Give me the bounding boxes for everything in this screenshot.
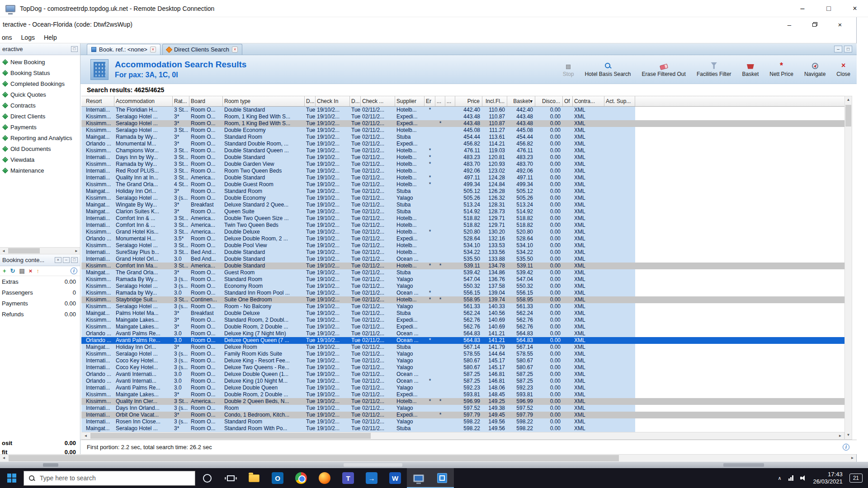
app-restore-button[interactable] bbox=[802, 17, 827, 32]
panel-button-icon[interactable]: □ bbox=[71, 257, 78, 263]
result-row[interactable]: Kissimm...Seralago Hotel ...3 St...Room … bbox=[81, 242, 844, 249]
column-header-[interactable]: ... bbox=[445, 96, 455, 106]
scroll-right-icon[interactable]: ► bbox=[836, 432, 844, 439]
erase-filtered-out-button[interactable]: Erase Filtered Out bbox=[642, 65, 686, 77]
column-header-supplier[interactable]: Supplier bbox=[395, 96, 425, 106]
menu-item-logs[interactable]: Logs bbox=[17, 34, 39, 41]
result-row[interactable]: Internati...Days Inn by Wy...3 St...Room… bbox=[81, 154, 844, 161]
result-row[interactable]: Orlando ...Monumental M...3*Room O...Sta… bbox=[81, 141, 844, 147]
result-row[interactable]: Kissimm...Ramada By Wy...3 (s...Room O..… bbox=[81, 276, 844, 283]
column-header-check[interactable]: Check ... bbox=[361, 96, 395, 106]
sidebar-item-old-documents[interactable]: Old Documents bbox=[0, 143, 80, 154]
task-view-button[interactable] bbox=[219, 468, 242, 488]
tab-close-icon[interactable]: × bbox=[150, 47, 156, 52]
result-row[interactable]: Internati...Coco Key Hotel...3 (s...Room… bbox=[81, 364, 844, 371]
result-row[interactable]: Kissimm...Ramada by Wy...3.0Room O...Sta… bbox=[81, 290, 844, 296]
result-row[interactable]: Internati...Orbit One Vacat...3*Room O..… bbox=[81, 412, 844, 418]
table-vertical-scrollbar[interactable]: ▲ ▼ bbox=[844, 96, 852, 440]
menu-item-help[interactable]: Help bbox=[39, 34, 61, 41]
app-horizontal-scrollbar[interactable]: ◄ ► bbox=[0, 454, 856, 462]
add-icon[interactable]: + bbox=[3, 267, 6, 276]
scroll-down-icon[interactable]: ▼ bbox=[845, 432, 852, 439]
panel-button-icon[interactable]: □ bbox=[71, 46, 78, 52]
scroll-right-icon[interactable]: ► bbox=[849, 455, 856, 462]
result-row[interactable]: Kissimm...Maingate Lakes...3*Room O...Do… bbox=[81, 324, 844, 330]
move-up-icon[interactable]: ↑ bbox=[36, 267, 39, 276]
result-row[interactable]: Maingat...Palms Hotel Ma...3*BreakfastDo… bbox=[81, 310, 844, 317]
column-header-d[interactable]: D... bbox=[305, 96, 316, 106]
notification-badge[interactable]: 21 bbox=[849, 474, 863, 483]
hotel-basis-search-button[interactable]: Hotel Basis Search bbox=[585, 62, 631, 77]
sidebar-item-contracts[interactable]: Contracts bbox=[0, 100, 80, 111]
rdp-close-button[interactable]: × bbox=[842, 0, 868, 17]
column-header-contra[interactable]: Contra... bbox=[573, 96, 604, 106]
result-row[interactable]: Kissimm...Grand Hotel Kis...3 St...Ameri… bbox=[81, 229, 844, 235]
start-button[interactable] bbox=[0, 468, 24, 488]
info-icon[interactable]: i bbox=[843, 444, 849, 450]
minimize-icon[interactable]: – bbox=[63, 257, 70, 263]
tabgroup-minimize-button[interactable]: – bbox=[834, 46, 842, 52]
firefox-taskbar-button[interactable] bbox=[313, 468, 336, 488]
result-row[interactable]: Internati...Comfort Inn & ...3 St...Amer… bbox=[81, 215, 844, 222]
result-row[interactable]: Kissimm...Comfort Inn Ma...3 St...Americ… bbox=[81, 263, 844, 269]
network-icon[interactable] bbox=[788, 475, 793, 481]
column-header-er[interactable]: Er bbox=[425, 96, 435, 106]
result-row[interactable]: Kissimm...Staybridge Suit...3 St...Conti… bbox=[81, 296, 844, 303]
sidebar-item-direct-clients[interactable]: Direct Clients bbox=[0, 111, 80, 122]
column-header-resort[interactable]: Resort bbox=[81, 96, 114, 106]
sidebar-item-booking-status[interactable]: Booking Status bbox=[0, 67, 80, 78]
result-row[interactable]: Kissimm...Maingate Lakes...3*Room O...Do… bbox=[81, 391, 844, 398]
result-row[interactable]: Kissimm...Seralago Hotel ...3*Room O...R… bbox=[81, 120, 844, 127]
scroll-up-icon[interactable]: ▲ bbox=[845, 96, 852, 104]
basket-button[interactable]: Basket bbox=[742, 64, 759, 77]
column-header-price[interactable]: Price bbox=[455, 96, 482, 106]
info-icon[interactable]: i bbox=[71, 267, 77, 274]
result-row[interactable]: Internati...The Floridian H...3 St...Roo… bbox=[81, 107, 844, 113]
column-header-disco[interactable]: Disco... bbox=[535, 96, 563, 106]
tab-direct-clients-search[interactable]: Direct Clients Search× bbox=[162, 44, 242, 55]
result-row[interactable]: Maingat...The Grand Orla...3*Room O...Gu… bbox=[81, 269, 844, 276]
result-row[interactable]: Internati...Avanti Palms Re...3.0Room O.… bbox=[81, 385, 844, 391]
column-header-check-in[interactable]: Check In bbox=[316, 96, 350, 106]
teams-taskbar-button[interactable]: T bbox=[336, 468, 360, 488]
result-row[interactable]: Maingat...Seralago Hotel ...3*Room O...S… bbox=[81, 425, 844, 432]
result-row[interactable]: Orlando ...Avanti Palms Re...3.0Room O..… bbox=[81, 337, 844, 344]
app-close-button[interactable]: × bbox=[827, 17, 853, 32]
scroll-right-icon[interactable]: ► bbox=[73, 248, 80, 254]
result-row[interactable]: Internati...Rosen Inn Close...3 (s...Roo… bbox=[81, 418, 844, 425]
result-row[interactable]: Kissimm...Seralago Hotel ...3 (s...Room … bbox=[81, 351, 844, 357]
result-row[interactable]: Internati...Comfort Inn & ...3 St...Amer… bbox=[81, 222, 844, 229]
tab-close-icon[interactable]: × bbox=[232, 47, 238, 52]
scroll-track[interactable] bbox=[845, 104, 852, 432]
result-row[interactable]: Kissimm...Seralago Hotel ...3 St...Room … bbox=[81, 127, 844, 134]
stop-button[interactable]: Stop bbox=[563, 65, 574, 77]
column-header-board[interactable]: Board bbox=[189, 96, 223, 106]
result-row[interactable]: Kissimm...The Grand Orla...4 St...Room O… bbox=[81, 181, 844, 188]
search-input[interactable] bbox=[39, 474, 188, 482]
scroll-thumb[interactable] bbox=[8, 248, 40, 253]
result-row[interactable]: Kissimm...Seralago Hotel ...3 (s...Room … bbox=[81, 195, 844, 202]
facilities-filter-button[interactable]: Facilities Filter bbox=[697, 62, 731, 77]
sidebar-item-maintenance[interactable]: Maintenance bbox=[0, 165, 80, 176]
close-icon[interactable]: × bbox=[55, 257, 61, 263]
result-row[interactable]: Orlando ...Avanti Palms Re...3.0Room O..… bbox=[81, 330, 844, 337]
scroll-left-icon[interactable]: ◄ bbox=[0, 248, 7, 254]
column-header-[interactable]: ... bbox=[435, 96, 445, 106]
result-row[interactable]: Kissimm...Ramada by Wy...3 St...Room O..… bbox=[81, 161, 844, 168]
result-row[interactable]: Kissimm...Seralago Hotel ...3 (s...Room … bbox=[81, 283, 844, 290]
result-row[interactable]: Kissimm...Seralago Hotel ...3 (s...Room … bbox=[81, 303, 844, 310]
tabgroup-maximize-button[interactable]: □ bbox=[844, 46, 852, 52]
notes-icon[interactable]: ▤ bbox=[19, 267, 25, 276]
column-header-act-sup[interactable]: Act. Sup... bbox=[604, 96, 635, 106]
scroll-track[interactable] bbox=[90, 432, 836, 439]
navigate-button[interactable]: Navigate bbox=[804, 63, 826, 77]
result-row[interactable]: Maingat...Holiday Inn Orl...3*Room O...D… bbox=[81, 344, 844, 351]
result-row[interactable]: Internati...SureStay Plus b...3 St...Bed… bbox=[81, 249, 844, 256]
tree-horizontal-scrollbar[interactable]: ◄ ► bbox=[0, 247, 80, 254]
sidebar-item-new-booking[interactable]: New Booking bbox=[0, 56, 80, 67]
result-row[interactable]: Orlando ...Avanti Internati...3.0Room O.… bbox=[81, 371, 844, 378]
table-horizontal-scrollbar[interactable]: ◄ ► bbox=[81, 432, 844, 440]
outlook-taskbar-button[interactable]: O bbox=[266, 468, 289, 488]
nett-price-button[interactable]: *Nett Price bbox=[769, 62, 793, 77]
result-row[interactable]: Orlando ...Monumental H...3.5*Room O...D… bbox=[81, 235, 844, 242]
